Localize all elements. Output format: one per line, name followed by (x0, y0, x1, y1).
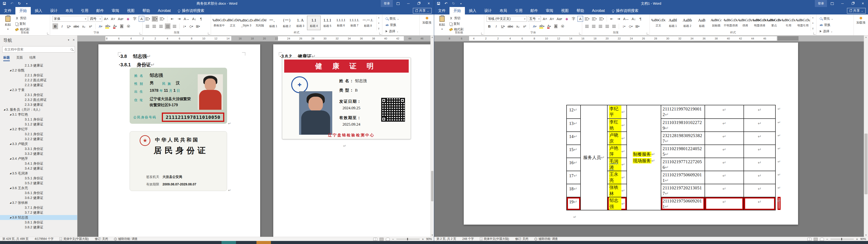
restore-button[interactable] (847, 0, 858, 7)
ribbon-tab[interactable]: 设计 (480, 7, 496, 15)
read-mode-icon[interactable] (807, 238, 811, 241)
table-cell-idnumber[interactable]: 211102197506092011 (661, 197, 705, 210)
style-tile[interactable]: AaBbCcDd 引用 (781, 16, 796, 30)
ribbon-tab[interactable]: Acrobat (588, 7, 609, 15)
page-indicator[interactable]: 第 429 页, 共 499 页 (2, 237, 29, 241)
table-cell-empty[interactable] (705, 184, 744, 197)
font-dialog-launcher[interactable] (140, 32, 142, 34)
vertical-scrollbar[interactable]: ▲ ▼ (864, 35, 868, 237)
style-tile[interactable]: AaBbCcDd 明显引用 (796, 16, 810, 30)
font-name-combo[interactable]: 宋体▾ (53, 16, 87, 22)
taskbar-app-segment[interactable] (256, 241, 271, 244)
superscript-button[interactable]: x² (522, 23, 527, 29)
restore-button[interactable] (413, 0, 424, 7)
superscript-button[interactable]: x² (88, 23, 93, 29)
table-cell-empty[interactable] (744, 158, 775, 171)
nav-search-input[interactable]: 在文档中搜索 (2, 46, 75, 53)
health-certificate-image[interactable]: 健 康 证 明 ✚ 姓 名： 邹志强 类 型： B 发证日期： 2024.09.… (282, 57, 411, 139)
font-color-button[interactable]: A▾ (546, 23, 552, 29)
styles-dialog-launcher[interactable] (379, 32, 381, 34)
change-case-button[interactable]: Aa▾ (117, 16, 124, 22)
table-cell-role[interactable]: 服务人员 (581, 105, 607, 210)
style-tile[interactable]: 1.1.1 标题 5 (320, 16, 334, 30)
sign-in-button[interactable]: 登录 (381, 0, 393, 7)
heading-3-8-1[interactable]: ▪3.8.1身份证 (119, 62, 155, 68)
ribbon-tab[interactable]: 布局 (62, 7, 77, 15)
zoom-slider[interactable] (831, 239, 854, 239)
table-cell-rownum[interactable]: 13 (567, 118, 580, 132)
table-cell-rownum[interactable]: 16 (567, 158, 580, 171)
word-count[interactable]: 248 个字 (462, 237, 474, 241)
table-cell-rownum[interactable]: 17 (567, 171, 580, 184)
heading-item[interactable]: 3.6.2 健康证 (0, 195, 77, 200)
table-cell-idnumber[interactable]: 211103198101022729 (661, 118, 705, 132)
style-tile[interactable]: 一、 标题 1 (267, 16, 280, 30)
table-cell-rownum[interactable]: 19 (567, 197, 580, 210)
highlight-button[interactable]: ab▾ (538, 23, 545, 29)
heading-item[interactable]: 2.2.3 健康证 (0, 83, 77, 87)
ribbon-tab[interactable]: 设计 (46, 7, 62, 15)
word-count[interactable]: 4/179564 个字 (35, 237, 54, 241)
font-color-button[interactable]: A▾ (112, 23, 118, 29)
language-indicator[interactable]: a 简体中文(中国大陆) (59, 237, 89, 241)
heading-item[interactable]: 3.3.2 健康证 (0, 151, 77, 156)
ribbon-tab[interactable]: 引用 (77, 7, 92, 15)
shrink-font-button[interactable]: A˅ (110, 16, 116, 22)
heading-item[interactable]: 3.1.1 身份证 (0, 117, 77, 122)
table-cell-empty[interactable] (705, 171, 744, 184)
line-spacing-button[interactable]: ↕▾ (182, 23, 187, 29)
heading-item[interactable]: 3.2.1 身份证 (0, 132, 77, 137)
style-tile[interactable]: （一） 标题 2 (280, 16, 293, 30)
heading-item[interactable]: 3.4.1 身份证 (0, 161, 77, 166)
bold-button[interactable]: B (53, 23, 58, 29)
styles-dialog-launcher[interactable] (813, 32, 815, 34)
heading-item[interactable]: ◢ 2.2 徐甄 (0, 68, 77, 73)
ribbon-tab[interactable]: 开始 (450, 7, 465, 15)
web-layout-icon[interactable] (820, 238, 824, 241)
horizontal-ruler[interactable]: 8642246810121416182022242628303234363840… (434, 35, 864, 42)
windows-taskbar[interactable] (0, 241, 868, 244)
heading-item[interactable]: 2.3.3 健康证 (0, 102, 77, 107)
table-cell-empty[interactable] (705, 144, 744, 158)
font-name-combo[interactable]: 等线 (中文正文)▾ (487, 16, 527, 22)
underline-button[interactable]: U▾ (66, 23, 71, 29)
align-center-button[interactable] (151, 23, 157, 29)
table-cell-name[interactable]: 卢艳萍 (608, 144, 626, 158)
ribbon-tab[interactable]: 审阅 (542, 7, 557, 15)
table-cell-idnumber[interactable]: 232128198309253827 (661, 132, 705, 144)
expander-icon[interactable]: ◢ (9, 141, 12, 146)
print-layout-icon[interactable] (814, 238, 818, 241)
table-cell-empty[interactable] (744, 184, 775, 197)
heading-item[interactable]: ◢ 3.3 卢晓庆 (0, 141, 77, 146)
zoom-out-button[interactable]: − (392, 237, 394, 241)
table-cell-service[interactable]: 制餐服务 现场服务 (627, 105, 661, 210)
zoom-in-button[interactable]: + (856, 237, 858, 241)
heading-item[interactable]: 3.5.1 身份证 (0, 176, 77, 181)
multilevel-list-button[interactable]: ▾ (598, 16, 604, 22)
table-cell-idnumber[interactable]: 211121199702190012 (661, 105, 705, 118)
strikethrough-button[interactable]: abc (73, 23, 80, 29)
ribbon-display-options-icon[interactable] (827, 0, 837, 7)
distribute-button[interactable] (172, 23, 177, 29)
text-effects-button[interactable]: A▾ (98, 23, 103, 29)
clipboard-dialog-launcher[interactable] (481, 32, 483, 34)
phonetic-guide-button[interactable]: 字 (571, 16, 576, 22)
select-button[interactable]: 选择⌄ (385, 29, 399, 34)
table-cell-empty[interactable] (744, 171, 775, 184)
heading-item[interactable]: ◢ 2.3 于童 (0, 87, 77, 92)
heading-3-8[interactable]: ▪3.8邹志强 (119, 53, 151, 59)
clipboard-dialog-launcher[interactable] (47, 32, 49, 34)
expander-icon[interactable]: ◢ (9, 156, 12, 161)
cut-button[interactable]: 剪切 (450, 16, 464, 21)
show-marks-button[interactable]: ¶ (638, 16, 643, 22)
expander-icon[interactable]: ◢ (9, 186, 12, 191)
replace-button[interactable]: ab替换 (820, 23, 833, 27)
expander-icon[interactable]: ◢ (3, 107, 6, 112)
heading-item[interactable]: ◢ 3.8 邹志强 (0, 215, 77, 220)
scrollbar-thumb[interactable] (865, 134, 868, 194)
numbering-button[interactable]: ▾ (591, 16, 597, 22)
style-tile[interactable]: AaBbCcDd 要点 (767, 16, 781, 30)
heading-item[interactable]: 3.8.2 健康证 (0, 225, 77, 230)
table-cell-name[interactable]: 王永亮 (608, 171, 626, 184)
heading-item[interactable]: 3.6.1 身份证 (0, 191, 77, 195)
